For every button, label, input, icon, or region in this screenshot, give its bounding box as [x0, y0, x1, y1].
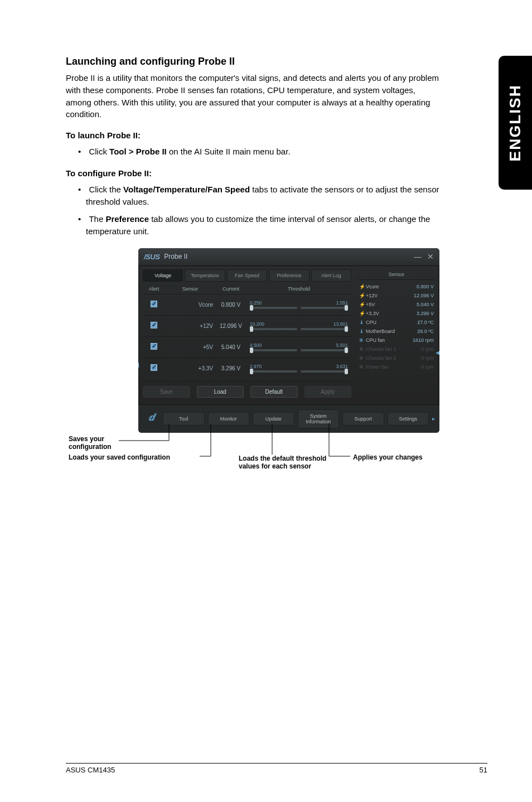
intro-paragraph: Probe II is a utility that monitors the … — [66, 72, 441, 120]
launch-list: Click Tool > Probe II on the AI Suite II… — [66, 146, 441, 158]
sensor-type-icon: ✻ — [359, 355, 366, 361]
sensor-panel-item: ✻CPU fan1610 rpm — [358, 336, 435, 345]
callout-apply: Applies your changes — [353, 453, 423, 461]
minimize-icon[interactable]: — — [414, 252, 422, 261]
sensor-panel-value: 0 rpm — [421, 364, 434, 370]
bottom-toolbar: ⅆ Tool Monitor Update System Information… — [138, 404, 439, 433]
probe-window: /SUS Probe II — ✕ Voltage Temperature Fa… — [138, 248, 439, 433]
sensor-panel-head: Sensor — [358, 269, 435, 280]
sensor-current: 3.296 V — [215, 365, 246, 371]
leader-load — [200, 424, 222, 457]
callout-load: Loads your saved configuration — [69, 453, 170, 461]
col-sensor: Sensor — [165, 286, 215, 292]
sensor-panel-label: CPU fan — [366, 337, 413, 343]
asus-logo: /SUS — [144, 253, 159, 261]
tabs-row: Voltage Temperature Fan Speed Preference… — [143, 269, 351, 282]
sensor-panel-label: +12V — [366, 293, 414, 298]
col-current: Current — [215, 286, 246, 292]
sensor-panel-item: ✻Chassis fan 10 rpm — [358, 345, 435, 354]
table-header: Alert Sensor Current Threshold — [143, 284, 351, 294]
sensor-panel-value: 5.040 V — [417, 302, 434, 307]
sensor-panel-item: ⚡+3.3V3.296 V — [358, 309, 435, 318]
sensor-panel-value: 0 rpm — [421, 355, 434, 361]
scroll-left-icon[interactable]: ◀ — [138, 361, 139, 369]
scroll-right-icon[interactable]: ◀ — [436, 349, 439, 356]
sensor-panel-label: CPU — [366, 320, 417, 325]
sensor-panel-label: Chassis fan 1 — [366, 346, 421, 352]
sensor-type-icon: ⚡ — [359, 302, 366, 307]
threshold-slider[interactable]: 4.5005.501 — [246, 342, 351, 351]
sensor-type-icon: ⚡ — [359, 284, 366, 289]
sensor-panel-label: Power fan — [366, 364, 421, 370]
configure-subhead: To configure Probe II: — [66, 168, 441, 178]
sensor-panel-label: Chassis fan 2 — [366, 355, 421, 361]
sensor-panel-item: ✻Power fan0 rpm — [358, 363, 435, 371]
col-alert: Alert — [143, 286, 165, 292]
sensor-name: +5V — [165, 344, 215, 350]
sensor-row: +5V5.040 V4.5005.501 — [143, 336, 351, 357]
sensor-panel-value: 0.800 V — [417, 284, 434, 289]
sensor-panel-value: 27.0 ºC — [417, 320, 434, 325]
left-panel: Voltage Temperature Fan Speed Preference… — [138, 266, 356, 404]
sensor-panel-item: ⚡Vcore0.800 V — [358, 282, 435, 291]
default-button[interactable]: Default — [250, 386, 298, 398]
sensor-panel-item: 🌡CPU27.0 ºC — [358, 318, 435, 327]
footer-right: 51 — [480, 766, 487, 774]
button-row: Save Load Default Apply — [143, 381, 351, 400]
sensor-panel-value: 29.0 ºC — [417, 328, 434, 334]
alert-checkbox[interactable] — [151, 301, 157, 307]
sensor-panel-value: 3.296 V — [417, 311, 434, 316]
sensor-panel-value: 1610 rpm — [413, 337, 434, 343]
sensor-name: +12V — [165, 323, 215, 329]
titlebar: /SUS Probe II — ✕ — [138, 248, 439, 266]
leader-apply — [329, 424, 362, 457]
save-button[interactable]: Save — [143, 386, 190, 398]
page-footer: ASUS CM1435 51 — [66, 763, 487, 774]
threshold-slider[interactable]: 0.2501.551 — [246, 300, 351, 309]
sensor-current: 5.040 V — [215, 344, 246, 350]
alert-checkbox[interactable] — [151, 364, 157, 371]
sensor-panel-item: ⚡+12V12.096 V — [358, 291, 435, 300]
alert-checkbox[interactable] — [151, 343, 157, 350]
sensor-row: +12V12.096 V10.20013.801 — [143, 315, 351, 336]
callout-default: Loads the default threshold values for e… — [239, 455, 328, 470]
sensor-panel-value: 0 rpm — [421, 346, 434, 352]
threshold-slider[interactable]: 2.9703.631 — [246, 364, 351, 373]
rows-host: Vcore0.800 V0.2501.551+12V12.096 V10.200… — [143, 294, 351, 379]
configure-item-2: The Preference tab allows you to customi… — [66, 213, 441, 238]
sensor-panel: Sensor ⚡Vcore0.800 V⚡+12V12.096 V⚡+5V5.0… — [356, 266, 439, 404]
window-controls: — ✕ — [414, 252, 434, 261]
sensor-panel-host: ⚡Vcore0.800 V⚡+12V12.096 V⚡+5V5.040 V⚡+3… — [358, 282, 435, 371]
sensor-panel-item: ⚡+5V5.040 V — [358, 300, 435, 309]
close-icon[interactable]: ✕ — [427, 252, 434, 261]
alert-checkbox[interactable] — [151, 322, 157, 328]
tab-alert-log[interactable]: Alert Log — [311, 269, 351, 282]
sensor-type-icon: ✻ — [359, 364, 366, 370]
sensor-panel-item: ✻Chassis fan 20 rpm — [358, 354, 435, 363]
apply-button[interactable]: Apply — [304, 386, 352, 398]
configure-item-1: Click the Voltage/Temperature/Fan Speed … — [66, 183, 441, 209]
sensor-row: +3.3V3.296 V2.9703.631 — [143, 357, 351, 379]
toolbar-settings[interactable]: Settings — [388, 412, 429, 426]
tab-fan-speed[interactable]: Fan Speed — [227, 269, 267, 282]
toolbar-more-icon[interactable]: ▸ — [432, 416, 435, 422]
sensor-panel-label: Vcore — [366, 284, 417, 289]
tab-voltage[interactable]: Voltage — [143, 269, 183, 282]
sensor-panel-item: 🌡MotherBoard29.0 ºC — [358, 327, 435, 336]
tab-temperature[interactable]: Temperature — [185, 269, 225, 282]
callout-save: Saves your configuration — [69, 435, 130, 451]
sensor-name: +3.3V — [165, 365, 215, 371]
sensor-current: 0.800 V — [215, 302, 246, 308]
load-button[interactable]: Load — [197, 386, 244, 398]
sensor-type-icon: ⚡ — [359, 293, 366, 298]
sensor-type-icon: 🌡 — [359, 328, 366, 334]
configure-list: Click the Voltage/Temperature/Fan Speed … — [66, 183, 441, 238]
probe-window-wrap: /SUS Probe II — ✕ Voltage Temperature Fa… — [138, 248, 439, 433]
sensor-panel-label: +5V — [366, 302, 417, 307]
threshold-slider[interactable]: 10.20013.801 — [246, 321, 351, 330]
sensor-panel-value: 12.096 V — [414, 293, 434, 298]
section-heading: Launching and configuring Probe II — [66, 56, 441, 67]
language-tab-text: ENGLISH — [506, 84, 524, 161]
launch-subhead: To launch Probe II: — [66, 131, 441, 140]
tab-preference[interactable]: Preference — [269, 269, 309, 282]
